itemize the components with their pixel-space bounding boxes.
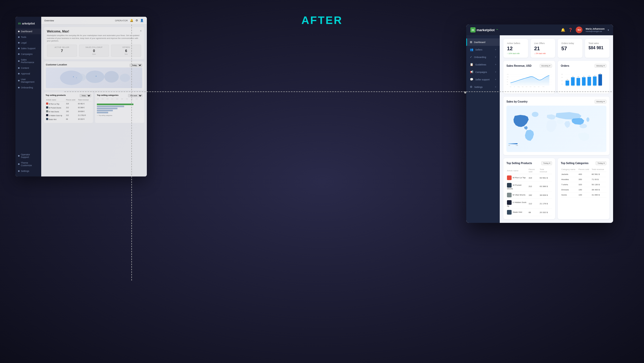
new-sidebar: ⊞ Dashboard 👥 Sellers ▾ ✓ Onboarding ▾ 📋… (466, 35, 500, 223)
orders-chart-area: 400 350 300 250 184 (561, 70, 606, 90)
tables-row: Top Selling Products Today ▾ Article nam… (503, 158, 609, 219)
stat-card-live-offers: Live Offers 21 ↓ 2% last mth (531, 39, 555, 58)
bell-icon[interactable]: 🔔 (561, 28, 565, 32)
sidebar-item-seller-support[interactable]: 💬 Seller support ▾ (466, 76, 500, 83)
svg-rect-60 (508, 143, 518, 144)
svg-rect-43 (587, 77, 591, 86)
sidebar-item-settings[interactable]: ⚙ Settings ▾ (466, 83, 500, 91)
top-products-header: Top Selling Products Today ▾ (506, 161, 552, 165)
live-offers-label: Live Offers (534, 42, 552, 45)
svg-text:266: 266 (578, 76, 579, 78)
old-page-title: Overview (44, 19, 54, 22)
svg-rect-47 (598, 74, 602, 86)
top-products-filter[interactable]: Today ▾ (541, 161, 552, 165)
sidebar-item-campaigns[interactable]: 📢 Campaigns ▾ (466, 68, 500, 76)
top-categories-filter[interactable]: Today ▾ (596, 161, 606, 165)
total-sales-label: Total sales (589, 42, 606, 45)
live-offers-trend: ↓ 2% last mth (534, 52, 552, 55)
sidebar-item-sellers[interactable]: 👥 Sellers ▾ (466, 46, 500, 53)
orders-chart-card: Orders Weekly ▾ 400 350 300 250 (558, 61, 609, 94)
topbar-right: 🔔 ❓ MJ Maria Johansson maria@oranges.se … (561, 27, 609, 33)
svg-point-5 (73, 76, 74, 77)
old-sidebar-campaigns[interactable]: Campaigns (15, 51, 41, 57)
old-welcome-desc: Marketpilot simplifies the everyday life… (47, 34, 141, 43)
svg-text:350: 350 (561, 77, 563, 78)
old-welcome-title: Welcome, Max! (47, 30, 141, 33)
top-products-title: Top Selling Products (506, 162, 532, 165)
svg-text:Fri: Fri (589, 86, 590, 87)
orders-chart-svg: 400 350 300 250 184 (561, 70, 606, 90)
old-sidebar-sales-support[interactable]: Sales Support (15, 46, 41, 51)
svg-text:Jul: Jul (514, 86, 515, 87)
table-row: W Run La Top 319 63 581 $ (506, 174, 552, 182)
old-sidebar-content[interactable]: Content (15, 65, 41, 71)
old-map-placeholder (46, 67, 142, 88)
old-map-title: Customer Location (46, 63, 67, 66)
old-ui-panel: marketpilot Dashboard Tools Legal Sales … (15, 17, 147, 176)
old-stats-row: ACTIVE SELLER 7 SALES FOLLOWUP 0 Open OF… (47, 45, 141, 57)
old-categories-card: Top selling categories This week 1.00.90… (95, 92, 144, 123)
svg-rect-35 (565, 80, 569, 86)
old-map-filter[interactable]: Today (130, 64, 142, 67)
sales-chart-filter[interactable]: Monthly ▾ (540, 64, 552, 68)
stat-card-total-sales: Total sales $84 981 (585, 39, 610, 58)
sidebar-item-guidelines[interactable]: 📋 Guidelines ▾ (466, 61, 500, 68)
svg-text:310: 310 (588, 75, 590, 77)
old-operator-label: OPERATOR (115, 19, 128, 22)
svg-text:6k: 6k (507, 81, 508, 82)
old-sidebar-user-mgmt[interactable]: User Management (15, 77, 41, 85)
old-bell-icon[interactable]: 🔔 (130, 19, 133, 22)
seller-support-icon: 💬 (470, 78, 473, 81)
map-area: 50k 100k (506, 106, 606, 152)
old-gear-icon[interactable]: ⚙ (135, 19, 138, 22)
old-products-section: Top selling products Today Article nameP… (44, 92, 144, 123)
svg-text:Tue: Tue (572, 86, 574, 87)
user-email: maria@oranges.se (586, 30, 605, 32)
sidebar-campaigns-label: Campaigns (475, 71, 487, 73)
svg-text:295: 295 (572, 76, 573, 77)
sidebar-dashboard-label: Dashboard (474, 41, 485, 44)
old-user-icon[interactable]: 👤 (140, 19, 144, 22)
old-sidebar-sales-perf[interactable]: Sales Performance (15, 57, 41, 65)
map-filter[interactable]: Weekly ▾ (595, 100, 606, 104)
svg-text:Sep: Sep (522, 86, 523, 87)
sales-chart-card: Sales Revenue, USD Monthly ▾ 12k 10k 8k … (503, 61, 555, 94)
old-sidebar-tools[interactable]: Tools (15, 34, 41, 40)
svg-text:Wed: Wed (577, 86, 579, 87)
svg-point-1 (86, 71, 104, 83)
active-sellers-label: Active Sellers (507, 42, 524, 45)
old-sidebar-legal[interactable]: Legal (15, 40, 41, 46)
sales-chart-area: 12k 10k 8k 6k 4k (506, 70, 552, 90)
sidebar-settings-label: Settings (474, 86, 483, 88)
total-sales-value: $84 981 (589, 46, 606, 50)
old-close-button[interactable]: × (140, 29, 142, 33)
user-dropdown-icon[interactable]: ▾ (608, 29, 609, 31)
svg-text:12k: 12k (507, 74, 509, 75)
svg-point-59 (557, 120, 563, 124)
table-row: Skate Hint 68 20 332 $ (506, 209, 552, 216)
old-world-map-svg (46, 67, 142, 88)
col-article-name: Article name (506, 167, 528, 174)
old-categories-filter[interactable]: This week (128, 94, 142, 97)
col-cat-pieces-sold: Pieces sold (578, 167, 591, 172)
sidebar-item-dashboard[interactable]: ⊞ Dashboard (466, 38, 500, 46)
help-icon[interactable]: ❓ (568, 28, 573, 32)
user-info: Maria Johansson maria@oranges.se (586, 28, 605, 32)
svg-text:Sun: Sun (599, 86, 601, 87)
guidelines-icon: 📋 (470, 63, 473, 66)
sidebar-sellers-label: Sellers (475, 48, 482, 51)
old-topbar: Overview OPERATOR 🔔 ⚙ 👤 (41, 17, 147, 24)
old-sidebar-approval[interactable]: Approval (15, 71, 41, 77)
old-sidebar-theme[interactable]: Theme Customize (15, 160, 41, 168)
old-sidebar-settings[interactable]: Settings (15, 168, 41, 174)
old-sidebar-operator[interactable]: Operator Support (15, 152, 41, 160)
orders-chart-filter[interactable]: Weekly ▾ (595, 64, 606, 68)
stat-cards-row: Active Sellers 12 ↑ 10% last mth Live Of… (503, 39, 609, 58)
old-sidebar-onboarding[interactable]: Onboarding (15, 85, 41, 90)
sidebar-item-onboarding[interactable]: ✓ Onboarding ▾ (466, 53, 500, 61)
old-stat-sales-followup: SALES FOLLOWUP 0 Open (79, 45, 109, 57)
new-topbar: m marketpilot ™ 🔔 ❓ MJ Maria Johansson m… (466, 24, 613, 35)
old-sidebar-dashboard[interactable]: Dashboard (15, 29, 41, 34)
old-products-filter[interactable]: Today (80, 94, 91, 97)
old-logo: marketpilot (15, 19, 41, 27)
